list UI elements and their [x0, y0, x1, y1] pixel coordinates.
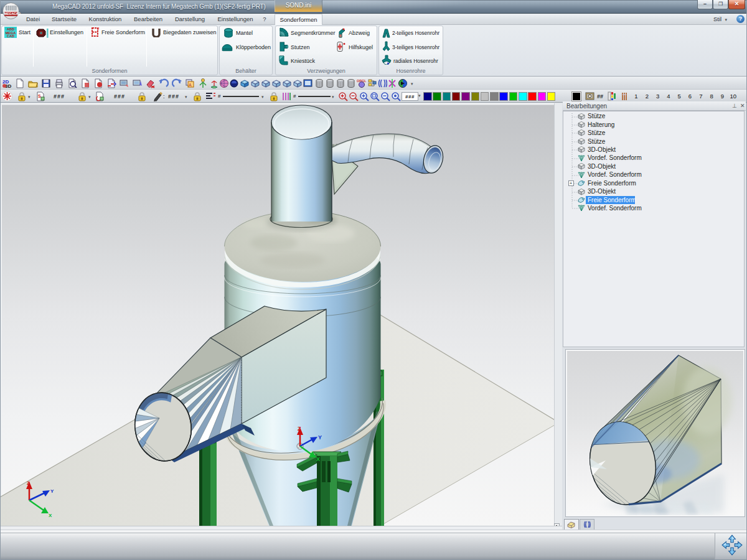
svg-text:A: A	[189, 83, 192, 87]
svg-text:Z: Z	[298, 426, 301, 432]
svg-text:Y: Y	[318, 434, 322, 441]
svg-text:CAD: CAD	[7, 34, 14, 38]
svg-text:Z: Z	[27, 480, 30, 486]
svg-text:X: X	[49, 513, 52, 518]
svg-text:X: X	[316, 456, 320, 462]
svg-text:S: S	[38, 94, 41, 98]
svg-text:f: f	[98, 27, 100, 30]
svg-text:Y: Y	[50, 488, 54, 494]
